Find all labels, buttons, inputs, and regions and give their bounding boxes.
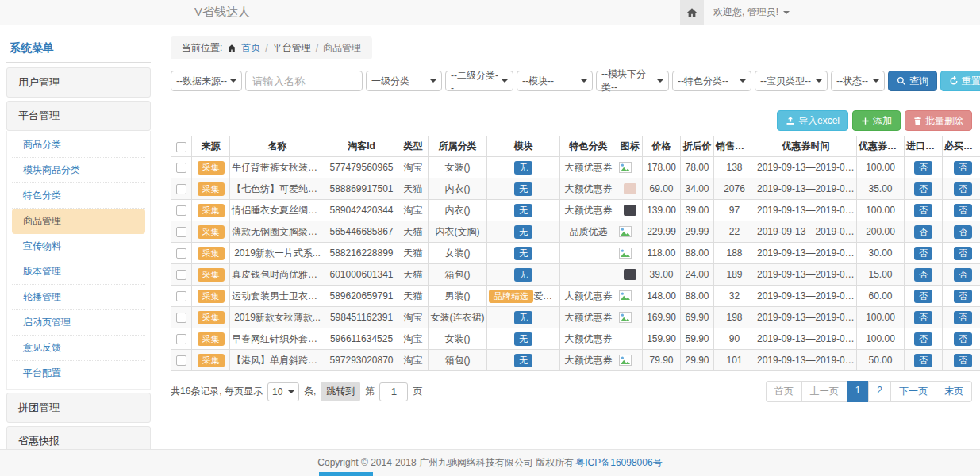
row-checkbox[interactable] [176, 248, 186, 259]
row-checkbox[interactable] [176, 227, 186, 237]
icon-cell [617, 178, 643, 200]
sidebar-item[interactable]: 商品管理 [12, 209, 145, 234]
import-select-cell: 否 [905, 264, 943, 286]
page-button[interactable]: 末页 [936, 381, 972, 402]
column-header: 图标 [617, 136, 643, 157]
item-type-select-value: --宝贝类型-- [760, 75, 811, 88]
type-cell: 淘宝 [398, 328, 429, 350]
select-all-checkbox[interactable] [176, 142, 186, 152]
item-type-select[interactable]: --宝贝类型-- [755, 71, 828, 91]
row-checkbox[interactable] [176, 184, 186, 194]
user-menu[interactable]: 欢迎您, 管理员! [713, 6, 790, 19]
table-row: 采集牛仔背带裤女秋装减龄...577479560965淘宝女装()无大额优惠券1… [171, 157, 980, 178]
import-select-cell: 否 [905, 178, 943, 200]
home-icon [686, 7, 698, 18]
jump-button[interactable]: 跳转到 [321, 382, 360, 401]
copyright-text: Copyright © 2014-2018 广州九驰网络科技有限公司 版权所有 [317, 456, 574, 470]
row-checkbox[interactable] [176, 313, 186, 323]
row-checkbox[interactable] [176, 205, 186, 216]
column-header: 来源 [192, 136, 230, 157]
add-button[interactable]: 添加 [852, 110, 901, 131]
caret-down-icon [581, 79, 587, 83]
sidebar-item[interactable]: 宣传物料 [12, 234, 145, 259]
discount-price-cell: 34.00 [681, 178, 714, 200]
row-checkbox[interactable] [176, 163, 186, 173]
must-buy-cell: 否 [943, 286, 980, 307]
page-button[interactable]: 下一页 [890, 381, 936, 402]
sidebar-group[interactable]: 用户管理 [6, 67, 151, 98]
sidebar-item[interactable]: 意见反馈 [12, 336, 145, 361]
row-select-cell [171, 328, 192, 350]
search-button[interactable]: 查询 [888, 71, 937, 91]
module-sub-category-select[interactable]: --模块下分类-- [596, 71, 669, 91]
sidebar-item[interactable]: 模块商品分类 [12, 158, 145, 183]
taoke-id-cell: 565446685867 [325, 221, 398, 243]
row-checkbox[interactable] [176, 355, 186, 366]
icon-cell [617, 286, 643, 307]
sidebar-group[interactable]: 拼团管理 [6, 393, 151, 423]
data-source-select[interactable]: --数据来源-- [171, 71, 242, 91]
sidebar-item[interactable]: 特色分类 [12, 183, 145, 209]
reset-button[interactable]: 重置 [940, 71, 980, 91]
page-button[interactable]: 首页 [766, 381, 802, 402]
import-select-badge: 否 [914, 161, 932, 175]
upload-icon [786, 116, 795, 125]
page-size-value: 10 [272, 386, 282, 397]
home-button[interactable] [680, 0, 704, 25]
price-cell: 178.00 [643, 157, 681, 178]
sales-count-cell: 97 [714, 200, 755, 221]
type-cell: 天猫 [398, 264, 429, 286]
jump-page-input[interactable] [379, 382, 408, 401]
column-header: 折后价 [681, 136, 714, 157]
category-cell: 女装(连衣裙) [429, 307, 487, 328]
icon-cell [617, 157, 643, 178]
sidebar-submenu: 商品分类模块商品分类特色分类商品管理宣传物料版本管理轮播管理启动页管理意见反馈平… [6, 131, 151, 390]
sidebar-item[interactable]: 启动页管理 [12, 310, 145, 336]
icp-link[interactable]: 粤ICP备16098006号 [575, 456, 662, 470]
coupon-time-cell: 2019-09-13—2019-09-15 [755, 286, 857, 307]
taoke-id-cell: 597293020870 [325, 350, 398, 371]
batch-delete-button[interactable]: 批量删除 [905, 110, 972, 131]
source-badge: 采集 [198, 247, 225, 260]
sidebar-group[interactable]: 平台管理 [6, 101, 151, 131]
source-badge: 采集 [198, 311, 225, 324]
product-name-cell: 牛仔背带裤女秋装减龄... [230, 157, 325, 178]
records-summary-unit: 条, [304, 385, 316, 398]
sales-count-cell: 101 [714, 350, 755, 371]
coupon-amount-cell: 100.00 [857, 200, 905, 221]
row-checkbox[interactable] [176, 270, 186, 280]
module-select[interactable]: --模块-- [517, 71, 593, 91]
import-excel-button[interactable]: 导入excel [777, 110, 848, 131]
must-buy-badge: 否 [954, 311, 972, 324]
price-cell: 69.00 [643, 178, 681, 200]
page-size-select[interactable]: 10 [267, 382, 299, 401]
name-input[interactable] [245, 71, 363, 91]
sidebar-item[interactable]: 平台配置 [12, 361, 145, 386]
sales-count-cell: 188 [714, 243, 755, 264]
product-thumbnail [624, 205, 636, 216]
product-name-cell: 【港风】单肩斜跨链条... [230, 350, 325, 371]
sidebar-menu: 用户管理平台管理商品分类模块商品分类特色分类商品管理宣传物料版本管理轮播管理启动… [6, 67, 151, 476]
breadcrumb-home-link[interactable]: 首页 [241, 41, 260, 55]
page-button[interactable]: 1 [847, 381, 870, 402]
row-checkbox[interactable] [176, 334, 186, 344]
page-button[interactable]: 上一页 [801, 381, 847, 402]
sidebar-item[interactable]: 商品分类 [12, 132, 145, 158]
search-icon [897, 76, 906, 86]
level2-category-select[interactable]: --二级分类-- [445, 71, 513, 91]
module-badge: 无 [514, 247, 532, 260]
product-name-cell: 情侣睡衣女夏丝绸男士... [230, 200, 325, 221]
page-button[interactable]: 2 [868, 381, 891, 402]
level1-category-select[interactable]: 一级分类 [366, 71, 442, 91]
sidebar-item[interactable]: 轮播管理 [12, 285, 145, 310]
product-name-cell: 运动套装男士卫衣初秋... [230, 286, 325, 307]
sidebar-item[interactable]: 版本管理 [12, 259, 145, 285]
module-cell: 品牌精选爱上运动 [487, 286, 560, 307]
status-select[interactable]: --状态-- [831, 71, 885, 91]
module-cell: 无 [487, 264, 560, 286]
feature-category-select[interactable]: --特色分类-- [672, 71, 751, 91]
import-select-badge: 否 [914, 204, 932, 217]
app-title: V省钱达人 [194, 5, 250, 20]
module-text: 爱上运动 [533, 290, 560, 301]
row-checkbox[interactable] [176, 291, 186, 301]
